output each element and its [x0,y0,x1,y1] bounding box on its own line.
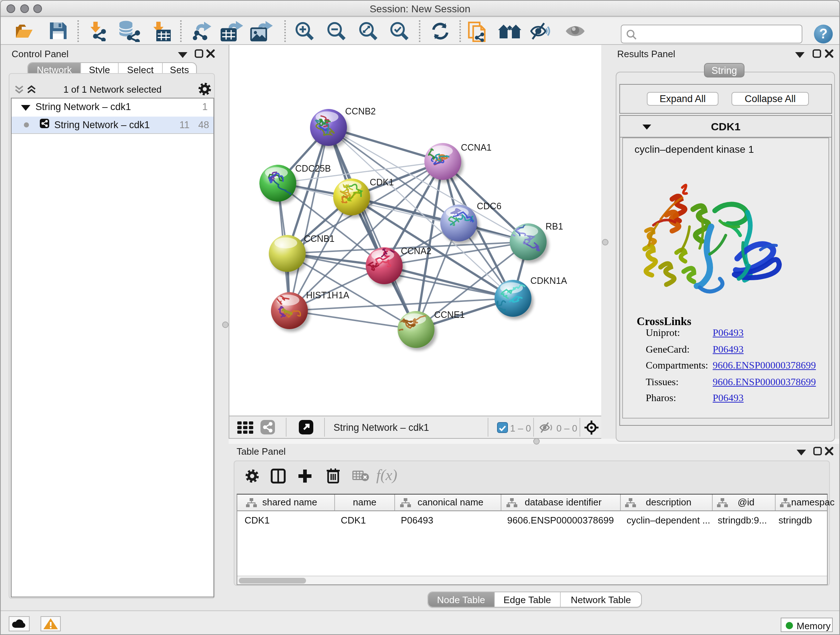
svg-text:CCNA1: CCNA1 [461,142,492,152]
svg-text:CDKN1A: CDKN1A [531,276,567,286]
svg-text:CDC25B: CDC25B [295,163,331,173]
svg-text:CCNB1: CCNB1 [304,233,335,244]
svg-text:CCNE1: CCNE1 [434,310,465,320]
svg-text:RB1: RB1 [546,221,563,231]
svg-text:CCNB2: CCNB2 [345,106,376,116]
svg-text:HIST1H1A: HIST1H1A [306,290,349,300]
svg-text:CDK1: CDK1 [370,177,394,187]
svg-text:CCNA2: CCNA2 [401,246,431,256]
svg-text:CDC6: CDC6 [477,201,501,211]
